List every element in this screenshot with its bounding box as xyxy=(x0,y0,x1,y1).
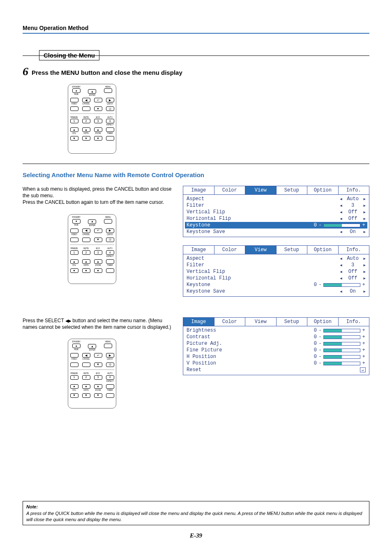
minus-icon: - xyxy=(318,222,322,228)
minus-icon: - xyxy=(318,360,322,366)
osd-slider-track xyxy=(323,329,360,332)
osd-item-name: Contrast xyxy=(187,334,267,340)
osd-tab-info: Info. xyxy=(339,246,369,254)
osd-row: Filter3 xyxy=(187,262,366,268)
osd-value: Off xyxy=(345,275,361,281)
osd-tab-image: Image xyxy=(183,186,214,194)
osd-item-control: 0-+ xyxy=(267,328,366,333)
triangle-left-icon xyxy=(340,216,342,222)
osd-value: Off xyxy=(345,209,361,215)
osd-slider-track xyxy=(323,283,360,287)
osd-tab-option: Option xyxy=(307,186,339,194)
osd-row: Keystone0-+ xyxy=(185,222,367,229)
step-text: Press the MENU button and close the menu… xyxy=(32,66,182,76)
osd-item-control: Auto xyxy=(267,256,366,261)
osd-item-name: Brightness xyxy=(187,328,267,333)
osd-tab-image: Image xyxy=(183,246,214,254)
plus-icon: + xyxy=(362,328,366,333)
osd-value: Auto xyxy=(345,196,361,202)
osd-slider-track xyxy=(323,335,360,339)
note-label: Note: xyxy=(26,504,366,510)
osd-tab-info: Info. xyxy=(339,186,369,194)
triangle-left-icon xyxy=(340,229,342,235)
remote-diagram-3: STANDBY●RGB ▲ENTER MENU VIDEO ◀CANCEL ↵ … xyxy=(23,339,175,409)
osd-value: Auto xyxy=(345,256,361,261)
block-1: When a sub menu is displayed, press the … xyxy=(23,186,369,305)
plus-icon: + xyxy=(362,347,366,353)
page-header: Menu Operation Method xyxy=(23,25,369,31)
osd-row: Picture Adj.0-+ xyxy=(187,340,366,347)
para-2: Press the SELECT button and select the m… xyxy=(23,317,175,330)
step-number: 6 xyxy=(23,66,28,77)
osd-row: Fine Picture0-+ xyxy=(187,347,366,353)
osd-item-control: 0-+ xyxy=(267,222,366,228)
note-text: A press of the QUICK button while the me… xyxy=(26,511,362,522)
minus-icon: - xyxy=(318,347,322,353)
remote-diagram-1: STANDBY●RGB ▲ENTER MENU VIDEO ◀CANCEL ↵ … xyxy=(68,84,116,154)
box-line xyxy=(23,55,369,56)
osd-row: V Position0-+ xyxy=(187,360,366,367)
triangle-left-icon xyxy=(340,289,342,294)
osd-slider-number: 0 xyxy=(310,347,317,353)
osd-item-control: On xyxy=(267,289,366,294)
osd-slider-number: 0 xyxy=(310,360,317,366)
note-box: Note: A press of the QUICK button while … xyxy=(23,501,369,525)
osd-item-control: Auto xyxy=(267,196,366,202)
osd-slider-track xyxy=(323,224,360,227)
triangle-left-icon xyxy=(340,209,342,215)
osd-tab-color: Color xyxy=(214,246,246,254)
minus-icon: - xyxy=(318,354,322,360)
selecting-heading: Selecting Another Menu Name with Remote … xyxy=(23,171,369,178)
osd-view-unselected: ImageColorViewSetupOptionInfo.AspectAuto… xyxy=(183,245,369,297)
osd-row: H Position0-+ xyxy=(187,353,366,360)
osd-item-name: Filter xyxy=(187,262,267,268)
osd-item-name: Keystone xyxy=(187,282,267,288)
osd-row: Keystone SaveOn xyxy=(187,229,366,235)
osd-slider-number: 0 xyxy=(310,341,317,346)
triangle-right-icon xyxy=(364,256,366,261)
triangle-left-icon xyxy=(340,256,342,261)
lr-arrows-icon xyxy=(65,318,71,323)
plus-icon: + xyxy=(362,222,366,228)
osd-item-name: Keystone xyxy=(187,222,267,228)
osd-tab-view: View xyxy=(245,186,277,194)
osd-item-control: 0-+ xyxy=(267,360,366,366)
triangle-right-icon xyxy=(364,262,366,268)
osd-item-control: ↵ xyxy=(267,367,366,372)
triangle-right-icon xyxy=(364,203,366,208)
osd-value: On xyxy=(345,289,361,294)
osd-row: AspectAuto xyxy=(187,196,366,202)
osd-item-name: Vertical Flip xyxy=(187,269,267,275)
osd-tab-view: View xyxy=(245,246,277,254)
osd-item-name: Picture Adj. xyxy=(187,341,267,346)
osd-slider-number: 0 xyxy=(310,328,317,333)
osd-item-control: Off xyxy=(267,269,366,275)
osd-row: Filter3 xyxy=(187,202,366,209)
osd-tab-option: Option xyxy=(307,246,339,254)
triangle-right-icon xyxy=(364,196,366,202)
osd-slider-track xyxy=(323,355,360,359)
osd-image-menu: ImageColorViewSetupOptionInfo.Brightness… xyxy=(183,317,369,375)
osd-item-control: 0-+ xyxy=(267,341,366,346)
osd-item-name: Reset xyxy=(187,367,267,373)
osd-tab-setup: Setup xyxy=(277,246,308,254)
triangle-left-icon xyxy=(340,269,342,275)
osd-tab-color: Color xyxy=(214,186,246,194)
osd-item-control: 3 xyxy=(267,203,366,208)
osd-item-name: Filter xyxy=(187,203,267,208)
triangle-right-icon xyxy=(364,209,366,215)
para-1a: When a sub menu is displayed, press the … xyxy=(23,186,175,199)
osd-tab-image: Image xyxy=(183,318,214,326)
osd-row: Horizontal FlipOff xyxy=(187,215,366,222)
osd-slider-track xyxy=(323,362,360,365)
triangle-left-icon xyxy=(340,262,342,268)
osd-item-control: 0-+ xyxy=(267,354,366,360)
osd-tab-info: Info. xyxy=(339,318,369,326)
minus-icon: - xyxy=(318,341,322,346)
triangle-right-icon xyxy=(364,289,366,294)
osd-slider-number: 0 xyxy=(310,282,317,288)
osd-value: Off xyxy=(345,269,361,275)
minus-icon: - xyxy=(318,282,322,288)
osd-item-control: Off xyxy=(267,216,366,222)
plus-icon: + xyxy=(362,360,366,366)
